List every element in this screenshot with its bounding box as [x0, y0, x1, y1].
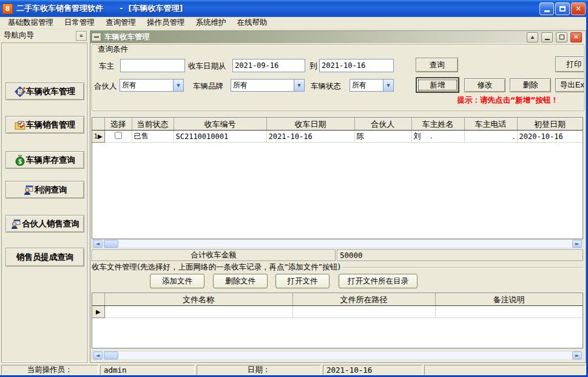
- edit-button[interactable]: 修改: [464, 78, 505, 92]
- row-marker: 1▶: [92, 131, 104, 143]
- vehicle-status-select[interactable]: 所有 ▼: [350, 79, 394, 92]
- row-select-cell: [104, 131, 132, 143]
- file-group-title: 收车文件管理(先选择好，上面网络的一条收车记录，再点“添加文件”按钮): [92, 262, 583, 273]
- sidebar-item-vehicle-purchase[interactable]: 车辆收车管理: [5, 83, 84, 100]
- open-file-button[interactable]: 打开文件: [275, 274, 329, 288]
- menu-item-daily[interactable]: 日常管理: [59, 16, 100, 29]
- scroll-left-icon[interactable]: ◄: [93, 240, 103, 248]
- menu-item-maintenance[interactable]: 系统维护: [191, 16, 232, 29]
- table-row[interactable]: 1▶ 已售 SC2110010001 2021-10-16 陈 刘 . . 20…: [92, 131, 583, 143]
- scroll-right-icon[interactable]: ►: [572, 352, 582, 359]
- scrollbar-thumb[interactable]: [104, 352, 118, 359]
- operator-value: admin: [100, 365, 195, 375]
- partner-label: 合伙人: [94, 81, 117, 92]
- child-collapse-button[interactable]: [92, 33, 101, 41]
- menu-item-help[interactable]: 在线帮助: [232, 16, 273, 29]
- child-close-button[interactable]: ✕: [570, 32, 582, 42]
- cell-status: 已售: [132, 131, 174, 143]
- search-button[interactable]: 查询: [416, 58, 458, 72]
- chevron-down-icon[interactable]: ▼: [173, 80, 183, 91]
- date-from-input[interactable]: [232, 59, 305, 72]
- cell-partner: 陈: [354, 131, 411, 143]
- child-window-controls: ▲ ✕: [527, 32, 584, 42]
- menu-item-basic-data[interactable]: 基础数据管理: [2, 16, 59, 29]
- current-row-icon: ▶: [98, 133, 103, 140]
- window-maximize-button[interactable]: [555, 2, 570, 15]
- export-excel-button[interactable]: 导出Exc: [555, 78, 584, 92]
- sidebar-collapse-button[interactable]: «: [76, 31, 87, 41]
- delete-button[interactable]: 删除: [510, 78, 551, 92]
- cell-file-name: [104, 306, 292, 318]
- purchase-table: 选择 当前状态 收车编号 收车日期 合伙人 车主姓名 车主电话 初登日期 1▶ …: [92, 117, 583, 239]
- sidebar-item-profit-query[interactable]: 利润查询: [5, 181, 84, 199]
- window-close-button[interactable]: ✕: [571, 2, 586, 15]
- col-first-reg: 初登日期: [517, 118, 583, 131]
- delete-file-button[interactable]: 删除文件: [213, 274, 268, 288]
- sidebar-item-label: 销售员提成查询: [16, 252, 74, 263]
- child-minimize-button[interactable]: [541, 32, 553, 42]
- purchase-table-hscrollbar[interactable]: ◄ ►: [92, 239, 583, 248]
- sidebar-item-vehicle-inventory[interactable]: $ 车辆库存查询: [5, 151, 84, 169]
- child-window: 车辆收车管理 ▲ ✕ 查询条件 车主 收车日期从 到 查询 打印 合伙人: [90, 30, 586, 363]
- sidebar-item-label: 车辆库存查询: [26, 155, 75, 166]
- col-select: 选择: [104, 118, 132, 131]
- date-from-label: 收车日期从: [188, 61, 226, 72]
- window-minimize-button[interactable]: [539, 2, 554, 15]
- row-marker: ▶: [92, 306, 104, 318]
- folder-check-icon: [15, 120, 25, 131]
- chevron-down-icon[interactable]: ▼: [383, 80, 393, 91]
- chevron-down-icon[interactable]: ▼: [294, 80, 304, 91]
- money-bag-icon: $: [15, 155, 25, 166]
- brand-select[interactable]: 所有 ▼: [231, 79, 305, 92]
- query-group-title: 查询条件: [96, 44, 130, 55]
- vehicle-status-label: 车辆状态: [311, 81, 341, 92]
- row-select-checkbox[interactable]: [115, 132, 122, 139]
- add-file-button[interactable]: 添加文件: [150, 274, 204, 288]
- owner-input[interactable]: [120, 59, 185, 72]
- sidebar-item-label: 利润查询: [35, 185, 67, 195]
- file-table-hscrollbar[interactable]: ◄ ►: [92, 351, 583, 360]
- sidebar-item-salesman-commission-query[interactable]: 销售员提成查询: [5, 248, 84, 267]
- cell-file-note: [435, 306, 583, 318]
- col-file-note: 备注说明: [435, 294, 583, 306]
- cell-first-reg: 2020-10-16: [517, 131, 583, 143]
- add-button[interactable]: 新增: [416, 77, 459, 93]
- date-label: 日期：: [197, 365, 321, 375]
- group-divider: [343, 267, 583, 268]
- col-file-path: 文件所在路径: [292, 294, 435, 306]
- col-status: 当前状态: [132, 118, 174, 131]
- sidebar-item-label: 车辆销售管理: [26, 120, 75, 131]
- cell-code: SC2110010001: [174, 131, 266, 143]
- cell-phone: .: [464, 131, 517, 143]
- maximize-icon: [559, 6, 566, 12]
- col-phone: 车主电话: [464, 118, 517, 131]
- col-date: 收车日期: [266, 118, 354, 131]
- current-row-icon: ▶: [96, 308, 101, 315]
- close-icon: ✕: [574, 34, 579, 40]
- menu-item-query[interactable]: 查询管理: [100, 16, 141, 29]
- open-file-directory-button[interactable]: 打开文件所在目录: [339, 274, 417, 288]
- app-icon: 8: [2, 4, 13, 14]
- col-partner: 合伙人: [354, 118, 411, 131]
- scroll-left-icon[interactable]: ◄: [93, 352, 103, 359]
- total-amount-label: 合计收车金额: [92, 250, 336, 261]
- sidebar-panel: 车辆收车管理 车辆销售管理 $ 车辆库存查询 利润查询 合伙人销售查询: [1, 42, 87, 363]
- app-window: 8 二手车收车销售管理软件 - [车辆收车管理] ✕ 基础数据管理 日常管理 查…: [0, 0, 588, 377]
- menu-item-operator[interactable]: 操作员管理: [141, 16, 191, 29]
- child-maximize-button[interactable]: [556, 32, 567, 42]
- partner-select[interactable]: 所有 ▼: [120, 79, 184, 92]
- sidebar-item-partner-sales-query[interactable]: 合伙人销售查询: [5, 215, 84, 233]
- collapse-icon: [94, 36, 99, 38]
- file-table: 文件名称 文件所在路径 备注说明 ▶: [92, 293, 583, 348]
- date-value: 2021-10-16: [323, 365, 422, 375]
- scrollbar-thumb[interactable]: [104, 240, 118, 248]
- cell-owner: 刘 .: [411, 131, 464, 143]
- cell-date: 2021-10-16: [266, 131, 354, 143]
- child-restore-button[interactable]: ▲: [527, 32, 538, 42]
- sidebar-item-vehicle-sales[interactable]: 车辆销售管理: [5, 116, 84, 134]
- date-to-input[interactable]: [319, 59, 394, 72]
- print-button[interactable]: 打印: [555, 56, 584, 72]
- operator-label: 当前操作员：: [1, 365, 98, 375]
- scroll-right-icon[interactable]: ►: [572, 240, 582, 248]
- table-row[interactable]: ▶: [92, 306, 583, 318]
